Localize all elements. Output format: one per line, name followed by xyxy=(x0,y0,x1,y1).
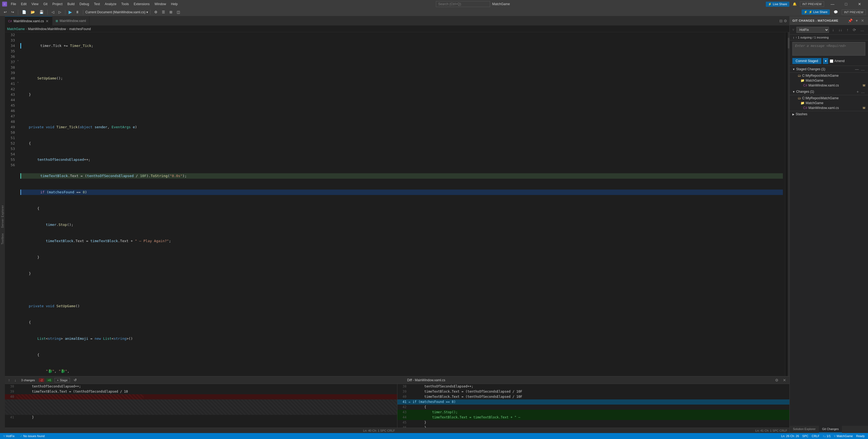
changes-folder-item[interactable]: 📁 MatchGame xyxy=(790,100,868,106)
stage-button[interactable]: + Stage xyxy=(55,378,70,382)
feedback-button[interactable]: 💬 xyxy=(832,9,840,16)
diff-revert-button[interactable]: ↺ xyxy=(72,377,78,383)
stage-all-icon[interactable]: + xyxy=(856,89,859,94)
menu-tools[interactable]: Tools xyxy=(119,2,131,6)
search-input[interactable] xyxy=(436,1,490,7)
forward-button[interactable]: ▷ xyxy=(57,9,63,16)
menu-window[interactable]: Window xyxy=(152,2,168,6)
stage-label: Stage xyxy=(60,379,68,382)
live-share-toolbar-button[interactable]: ⚡ ⚡ Live Share xyxy=(802,9,830,14)
git-close-icon[interactable]: ✕ xyxy=(860,18,865,23)
tab-close-cs[interactable]: ✕ xyxy=(45,19,49,23)
int-preview-toolbar-button[interactable]: INT PREVIEW xyxy=(842,9,866,15)
menu-git[interactable]: Git xyxy=(41,2,50,6)
tab-git-changes[interactable]: Git Changes xyxy=(819,426,842,433)
save-button[interactable]: 💾 xyxy=(38,9,45,16)
open-button[interactable]: 📂 xyxy=(29,9,37,16)
menu-extensions[interactable]: Extensions xyxy=(131,2,152,6)
diff-next-button[interactable]: ↓ xyxy=(13,377,17,383)
menu-test[interactable]: Test xyxy=(92,2,102,6)
status-position[interactable]: Ln: 26 Ch: 26 xyxy=(780,433,800,439)
staged-changes-header[interactable]: ▼ Staged Changes (1) — … xyxy=(790,66,868,73)
unstage-all-icon[interactable]: — xyxy=(855,67,859,71)
menu-help[interactable]: Help xyxy=(169,2,180,6)
status-repo[interactable]: ⑂ MatchGame xyxy=(833,433,854,439)
fetch-button[interactable]: ↓ xyxy=(831,27,835,33)
diff-right-pane[interactable]: 38 tenthsOfSecondsElapsed++; 39 timeText… xyxy=(397,384,790,428)
new-file-button[interactable]: 📄 xyxy=(20,9,28,16)
toolbox-label[interactable]: Toolbox xyxy=(1,233,4,244)
code-lines[interactable]: timer.Tick += Timer_Tick; SetUpGame(); }… xyxy=(18,32,785,376)
commit-staged-button[interactable]: Commit Staged xyxy=(793,58,822,64)
toolbar-tool2[interactable]: ☰ xyxy=(160,9,167,16)
diff-right-line-40: 40 timeTextBlock.Text = (tenthsOfSeconds… xyxy=(397,394,790,400)
tab-solution-explorer[interactable]: Solution Explorer xyxy=(790,426,819,433)
changes-more-icon[interactable]: … xyxy=(860,89,865,94)
breadcrumb-matchesfound[interactable]: matchesFound xyxy=(69,27,91,31)
redo-button[interactable]: ↪ xyxy=(9,9,16,16)
amend-checkbox-area[interactable]: Amend xyxy=(830,59,845,63)
diff-prev-button[interactable]: ↑ xyxy=(7,377,11,383)
tab-mainwindow-xaml[interactable]: ⊞ MainWindow.xaml xyxy=(52,16,89,26)
toolbar-tool3[interactable]: ⊞ xyxy=(168,9,174,16)
server-explorer-label[interactable]: Server Explorer xyxy=(1,205,4,228)
amend-checkbox[interactable] xyxy=(830,59,833,63)
xaml-file-icon: ⊞ xyxy=(56,19,58,23)
undo-button[interactable]: ↩ xyxy=(2,9,8,16)
staged-file-item[interactable]: C# MainWindow.xaml.cs M xyxy=(790,83,868,88)
status-ready[interactable]: Ready xyxy=(855,433,866,439)
pull-button[interactable]: ↓↓ xyxy=(837,27,843,33)
stashes-header[interactable]: ▶ Stashes xyxy=(793,112,865,116)
sync-button[interactable]: ⟳ xyxy=(852,27,857,33)
push-button[interactable]: ↑ xyxy=(845,27,849,33)
breadcrumb-mainwindow[interactable]: MainWindow.MainWindow xyxy=(28,27,66,31)
live-share-button[interactable]: ⚡ Live Share xyxy=(766,2,789,7)
menu-project[interactable]: Project xyxy=(50,2,64,6)
git-more-button[interactable]: … xyxy=(859,27,865,33)
commit-dropdown-button[interactable]: ▾ xyxy=(823,58,828,64)
staged-repo-item[interactable]: 🗂 C:\MyRepos\MatchGame xyxy=(790,73,868,78)
toolbar-tool1[interactable]: ⚙ xyxy=(153,9,159,16)
gear-editor-icon[interactable]: ⚙ xyxy=(784,19,787,23)
git-pin-icon[interactable]: 📌 xyxy=(847,18,854,23)
current-doc-selector[interactable]: Current Document (MainWindow.xaml.cs) ▾ xyxy=(85,10,148,14)
menu-file[interactable]: File xyxy=(9,2,18,6)
minimize-button[interactable]: — xyxy=(826,0,839,8)
git-branch-status[interactable]: ⑂ HotFix xyxy=(2,433,16,439)
commit-message-input[interactable] xyxy=(793,42,865,56)
staged-more-icon[interactable]: … xyxy=(860,67,865,71)
status-line-ending[interactable]: CRLF xyxy=(810,433,820,439)
menu-edit[interactable]: Edit xyxy=(19,2,29,6)
sync-arrows-icon: ↕ xyxy=(793,36,795,39)
back-button[interactable]: ◁ xyxy=(50,9,56,16)
bell-icon[interactable]: 🔔 xyxy=(792,2,798,6)
split-editor-icon[interactable]: ⊟ xyxy=(779,19,783,23)
tab-mainwindow-cs[interactable]: C# MainWindow.xaml.cs ✕ xyxy=(5,16,52,26)
status-nav[interactable]: ↑↓ 1/1 xyxy=(822,433,832,439)
branch-icon: ⑂ xyxy=(793,28,794,32)
changes-file-item[interactable]: C# MainWindow.xaml.cs M xyxy=(790,106,868,110)
diff-left-line-41: 41 } xyxy=(5,415,397,420)
breadcrumb-matchgame[interactable]: MatchGame xyxy=(7,27,25,31)
git-dropdown-icon[interactable]: ▾ xyxy=(855,18,859,23)
toolbar-tool4[interactable]: ◫ xyxy=(175,9,182,16)
diff-left-pane[interactable]: 38 tenthsOfSecondsElapsed++; 39 timeText… xyxy=(5,384,397,428)
diff-close-button[interactable]: ✕ xyxy=(782,377,787,383)
run-button[interactable]: ▶ xyxy=(67,9,73,15)
attach-button[interactable]: ⏸ xyxy=(74,9,81,16)
changes-header[interactable]: ▼ Changes (1) + … xyxy=(790,88,868,95)
int-preview-button[interactable]: INT PREVIEW xyxy=(800,1,824,7)
menu-view[interactable]: View xyxy=(29,2,41,6)
changes-repo-item[interactable]: 🗂 C:\MyRepos\MatchGame xyxy=(790,96,868,100)
menu-build[interactable]: Build xyxy=(65,2,77,6)
sync-info[interactable]: ↕ ↑ 1 outgoing / 1 incoming xyxy=(790,35,868,40)
menu-debug[interactable]: Debug xyxy=(77,2,91,6)
menu-analyze[interactable]: Analyze xyxy=(103,2,119,6)
close-button[interactable]: ✕ xyxy=(854,0,866,8)
status-encoding[interactable]: SPC xyxy=(801,433,810,439)
staged-folder-item[interactable]: 📁 MatchGame xyxy=(790,78,868,83)
branch-selector[interactable]: HotFix xyxy=(797,27,829,33)
diff-settings-button[interactable]: ⚙ xyxy=(774,377,780,383)
status-ok-item[interactable]: ✓ No issues found xyxy=(19,433,46,439)
maximize-button[interactable]: □ xyxy=(840,0,852,8)
